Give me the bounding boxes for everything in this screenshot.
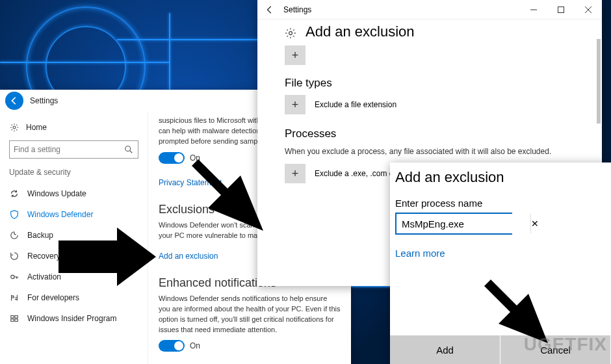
svg-rect-5: [11, 319, 14, 322]
add-folder-button[interactable]: +: [285, 46, 306, 65]
maximize-button[interactable]: [547, 0, 575, 20]
svg-point-0: [13, 126, 16, 129]
svg-rect-4: [15, 316, 18, 318]
toggle-label: On: [190, 341, 200, 350]
process-name-input[interactable]: ✕: [395, 213, 512, 235]
arrow-left-icon: [10, 96, 19, 105]
sidebar-item-label: Recovery: [27, 252, 60, 261]
sample-submission-toggle[interactable]: [159, 152, 185, 164]
svg-marker-9: [58, 228, 156, 286]
search-input[interactable]: [9, 140, 138, 159]
enhanced-notifications-text: Windows Defender sends notifications to …: [159, 294, 341, 335]
svg-marker-10: [192, 159, 263, 231]
gear-icon: [285, 26, 296, 38]
insider-icon: [9, 313, 20, 324]
svg-rect-3: [11, 316, 14, 318]
process-name-label: Enter process name: [390, 198, 611, 213]
annotation-arrow: [58, 228, 156, 286]
svg-rect-6: [15, 319, 18, 322]
sidebar-item-label: Windows Update: [27, 189, 86, 198]
sidebar-item-label: Activation: [27, 272, 61, 281]
key-icon: [9, 272, 20, 282]
window-title: Settings: [282, 5, 520, 14]
minimize-icon: [530, 6, 537, 13]
sidebar-category: Update & security: [9, 168, 138, 177]
dialog-title: Add an exclusion: [390, 169, 611, 198]
sidebar-item-label: For developers: [27, 293, 79, 302]
close-icon: [585, 6, 592, 13]
plus-icon: +: [285, 164, 306, 183]
row-label: Exclude a file extension: [315, 100, 396, 109]
sidebar-home[interactable]: Home: [9, 118, 138, 140]
svg-rect-7: [558, 6, 564, 12]
back-button[interactable]: [5, 92, 23, 110]
close-icon: ✕: [531, 218, 539, 229]
plus-icon: +: [292, 49, 299, 62]
titlebar: Settings: [257, 0, 602, 20]
processes-text: When you exclude a process, any file ass…: [285, 146, 584, 157]
sidebar-item-label: Windows Defender: [27, 210, 93, 219]
recovery-icon: [9, 251, 20, 261]
sidebar-item-insider[interactable]: Windows Insider Program: [9, 308, 138, 329]
process-name-field[interactable]: [396, 214, 530, 233]
svg-point-2: [11, 275, 14, 278]
shield-icon: [9, 209, 20, 220]
sidebar-item-developers[interactable]: For developers: [9, 287, 138, 308]
page-title: Add an exclusion: [285, 23, 584, 40]
close-button[interactable]: [575, 0, 602, 20]
maximize-icon: [558, 6, 564, 13]
svg-marker-11: [484, 280, 548, 343]
processes-heading: Processes: [285, 127, 584, 140]
add-exclusion-link[interactable]: Add an exclusion: [159, 252, 218, 261]
dev-icon: [9, 292, 20, 303]
sidebar-item-label: Windows Insider Program: [27, 314, 116, 323]
clear-input-button[interactable]: ✕: [530, 214, 539, 233]
sidebar-item-label: Backup: [27, 231, 53, 240]
svg-point-1: [125, 146, 131, 151]
sidebar-item-windows-defender[interactable]: Windows Defender: [9, 204, 138, 225]
sync-icon: [9, 188, 20, 199]
search-icon: [124, 144, 134, 155]
home-label: Home: [26, 123, 47, 132]
arrow-left-icon: [265, 5, 274, 14]
minimize-button[interactable]: [520, 0, 547, 20]
svg-point-8: [289, 32, 292, 35]
sidebar-item-windows-update[interactable]: Windows Update: [9, 183, 138, 204]
annotation-arrow: [192, 159, 276, 244]
window-title: Settings: [30, 96, 58, 105]
backup-icon: [9, 230, 20, 240]
enhanced-notifications-toggle[interactable]: [159, 340, 185, 352]
plus-icon: +: [285, 95, 306, 114]
back-button[interactable]: [257, 0, 282, 20]
filetypes-heading: File types: [285, 77, 584, 90]
learn-more-link[interactable]: Learn more: [390, 248, 611, 259]
search-field[interactable]: [14, 145, 124, 154]
annotation-arrow: [484, 280, 556, 351]
exclude-file-extension-button[interactable]: + Exclude a file extension: [285, 95, 584, 114]
scrollbar[interactable]: [597, 39, 601, 124]
gear-icon: [9, 122, 20, 133]
